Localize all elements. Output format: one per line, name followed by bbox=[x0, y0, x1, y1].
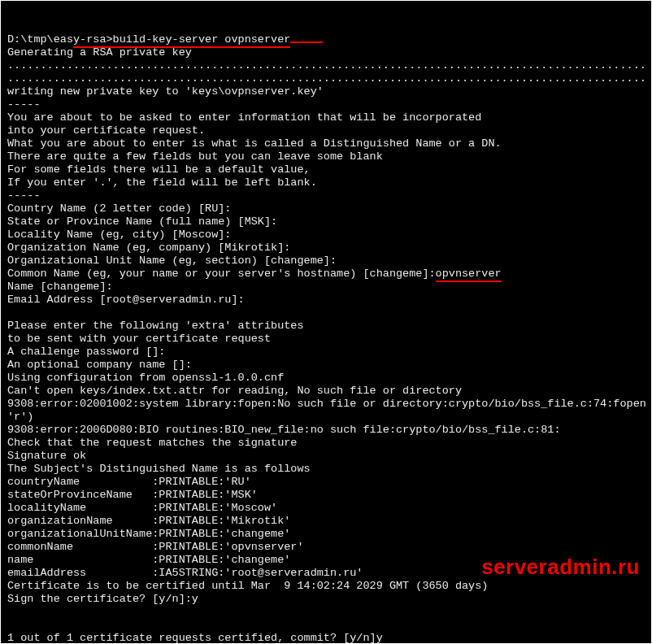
output-line: State or Province Name (full name) [MSK]… bbox=[7, 215, 645, 228]
output-line: emailAddress :IA5STRING:'root@serveradmi… bbox=[7, 567, 645, 580]
output-line: organizationName :PRINTABLE:'Mikrotik' bbox=[7, 515, 645, 528]
output-line bbox=[7, 307, 645, 320]
output-line: Using configuration from openssl-1.0.0.c… bbox=[7, 372, 645, 385]
output-line: Locality Name (eg, city) [Moscow]: bbox=[7, 228, 645, 242]
common-name-line: Common Name (eg, your name or your serve… bbox=[7, 268, 645, 281]
output-line: 9308:error:02001002:system library:fopen… bbox=[7, 398, 645, 411]
output-line: There are quite a few fields but you can… bbox=[7, 150, 645, 163]
output-line: Name [changeme]: bbox=[7, 281, 645, 294]
output-line: A challenge password []: bbox=[7, 346, 645, 359]
output-line: Please enter the following 'extra' attri… bbox=[7, 320, 645, 333]
output-line: You are about to be asked to enter infor… bbox=[7, 111, 645, 124]
cn-input: opvnserver bbox=[436, 268, 502, 282]
output-line: Sign the certificate? [y/n]:y bbox=[7, 593, 645, 606]
output-line: to be sent with your certificate request bbox=[7, 333, 645, 346]
output-line: ----- bbox=[7, 189, 645, 202]
output-line: If you enter '.', the field will be left… bbox=[7, 176, 645, 189]
output-line: name :PRINTABLE:'changeme' bbox=[7, 554, 645, 567]
output-line: 9308:error:2006D080:BIO routines:BIO_new… bbox=[7, 424, 645, 437]
output-line: Can't open keys/index.txt.attr for readi… bbox=[7, 385, 645, 398]
output-line: For some fields there will be a default … bbox=[7, 163, 645, 176]
output-line: Signature ok bbox=[7, 450, 645, 463]
output-line: Check that the request matches the signa… bbox=[7, 437, 645, 450]
underline-extension bbox=[290, 41, 323, 43]
terminal-output: D:\tmp\easy-rsa>build-key-server ovpnser… bbox=[7, 33, 645, 644]
output-line: countryName :PRINTABLE:'RU' bbox=[7, 476, 645, 489]
output-line: Certificate is to be certified until Mar… bbox=[7, 580, 645, 593]
prompt-line: D:\tmp\easy-rsa>build-key-server ovpnser… bbox=[7, 33, 645, 46]
prompt-prefix: D:\tmp\eas bbox=[7, 33, 73, 46]
output-line: Generating a RSA private key bbox=[7, 46, 645, 59]
output-line: Email Address [root@serveradmin.ru]: bbox=[7, 294, 645, 307]
output-line: organizationalUnitName:PRINTABLE:'change… bbox=[7, 528, 645, 541]
terminal-window[interactable]: D:\tmp\easy-rsa>build-key-server ovpnser… bbox=[0, 0, 652, 644]
output-line: An optional company name []: bbox=[7, 359, 645, 372]
output-line bbox=[7, 606, 645, 619]
output-line: What you are about to enter is what is c… bbox=[7, 137, 645, 150]
output-line bbox=[7, 619, 645, 632]
output-line: into your certificate request. bbox=[7, 124, 645, 137]
output-line: Organizational Unit Name (eg, section) [… bbox=[7, 255, 645, 268]
output-line: The Subject's Distinguished Name is as f… bbox=[7, 463, 645, 476]
output-line: 'r') bbox=[7, 411, 645, 424]
cn-label: Common Name (eg, your name or your serve… bbox=[7, 268, 436, 280]
output-line: ----- bbox=[7, 98, 645, 111]
output-line: ........................................… bbox=[7, 72, 645, 85]
output-line: stateOrProvinceName :PRINTABLE:'MSK' bbox=[7, 489, 645, 502]
output-line: ........................................… bbox=[7, 59, 645, 72]
output-line: commonName :PRINTABLE:'opvnserver' bbox=[7, 541, 645, 554]
output-line: 1 out of 1 certificate requests certifie… bbox=[7, 632, 645, 644]
output-line: Organization Name (eg, company) [Mikroti… bbox=[7, 242, 645, 255]
output-line: writing new private key to 'keys\ovpnser… bbox=[7, 85, 645, 98]
output-line: Country Name (2 letter code) [RU]: bbox=[7, 202, 645, 215]
output-line: localityName :PRINTABLE:'Moscow' bbox=[7, 502, 645, 515]
